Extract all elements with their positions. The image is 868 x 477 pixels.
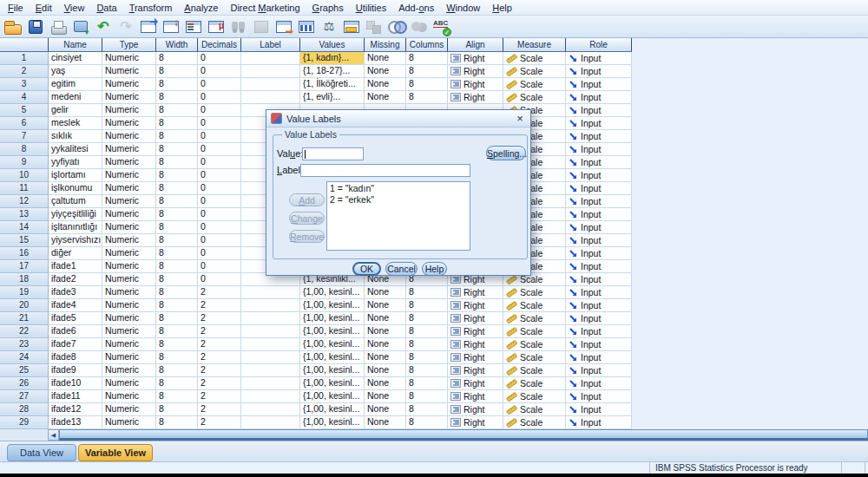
cell-width[interactable]: 8 <box>156 416 198 429</box>
cell-role[interactable]: Input <box>566 247 632 260</box>
cell-label[interactable] <box>241 299 300 312</box>
cell-type[interactable]: Numeric <box>102 364 156 377</box>
row-number[interactable]: 3 <box>0 78 49 91</box>
cell-role[interactable]: Input <box>566 117 632 130</box>
cell-name[interactable]: yaş <box>49 65 102 78</box>
cell-type[interactable]: Numeric <box>102 416 156 429</box>
row-number[interactable]: 25 <box>0 364 49 377</box>
cell-width[interactable]: 8 <box>156 325 198 338</box>
cell-name[interactable]: ifade13 <box>49 416 102 429</box>
cell-type[interactable]: Numeric <box>102 247 156 260</box>
cell-decimals[interactable]: 2 <box>198 390 241 403</box>
cell-label[interactable] <box>241 312 300 325</box>
cell-type[interactable]: Numeric <box>102 221 156 234</box>
cell-decimals[interactable]: 0 <box>198 78 241 91</box>
row-number[interactable]: 23 <box>0 338 49 351</box>
cell-width[interactable]: 8 <box>156 221 198 234</box>
cell-label[interactable] <box>241 286 300 299</box>
cell-decimals[interactable]: 2 <box>198 403 241 416</box>
cell-align[interactable]: Right <box>448 325 503 338</box>
cell-role[interactable]: Input <box>566 195 632 208</box>
row-number[interactable]: 20 <box>0 299 49 312</box>
cell-name[interactable]: ifade2 <box>49 273 102 286</box>
cell-values[interactable]: {1,00, kesinl... <box>300 390 365 403</box>
cell-label[interactable] <box>241 403 300 416</box>
cell-role[interactable]: Input <box>566 156 632 169</box>
menu-utilities[interactable]: Utilities <box>350 1 392 15</box>
row-number[interactable]: 19 <box>0 286 49 299</box>
cell-role[interactable]: Input <box>566 143 632 156</box>
cell-name[interactable]: gelir <box>49 104 102 117</box>
close-icon[interactable]: × <box>514 113 526 124</box>
cell-width[interactable]: 8 <box>156 377 198 390</box>
cell-name[interactable]: cinsiyet <box>49 52 102 65</box>
cell-type[interactable]: Numeric <box>102 143 156 156</box>
show-all-variables-button[interactable] <box>408 16 431 37</box>
cell-values[interactable]: {1,00, kesinl... <box>300 286 365 299</box>
value-label-item[interactable]: 2 = "erkek" <box>330 194 467 206</box>
cell-role[interactable]: Input <box>566 260 632 273</box>
cell-missing[interactable]: None <box>365 65 406 78</box>
cell-label[interactable] <box>241 351 300 364</box>
cell-measure[interactable]: Scale <box>503 377 566 390</box>
cell-columns[interactable]: 8 <box>406 403 448 416</box>
cell-type[interactable]: Numeric <box>102 273 156 286</box>
cell-measure[interactable]: Scale <box>503 403 566 416</box>
cell-role[interactable]: Input <box>566 130 632 143</box>
cell-role[interactable]: Input <box>566 299 632 312</box>
cell-width[interactable]: 8 <box>156 182 198 195</box>
print-button[interactable] <box>47 16 69 37</box>
cell-type[interactable]: Numeric <box>102 286 156 299</box>
dialog-title-bar[interactable]: Value Labels × <box>266 110 530 127</box>
cell-name[interactable]: çaltutum <box>49 195 102 208</box>
cell-decimals[interactable]: 0 <box>198 273 241 286</box>
cell-role[interactable]: Input <box>566 338 632 351</box>
cell-width[interactable]: 8 <box>156 78 198 91</box>
menu-edit[interactable]: Edit <box>30 1 58 15</box>
cell-label[interactable] <box>241 338 300 351</box>
cell-name[interactable]: ifade11 <box>49 390 102 403</box>
menu-direct-marketing[interactable]: Direct Marketing <box>224 1 306 15</box>
cell-values[interactable]: {1, evli}... <box>300 91 365 104</box>
cell-width[interactable]: 8 <box>156 390 198 403</box>
row-number[interactable]: 6 <box>0 117 49 130</box>
cell-missing[interactable]: None <box>365 78 406 91</box>
cell-name[interactable]: işlortamı <box>49 169 102 182</box>
cell-measure[interactable]: Scale <box>503 416 566 429</box>
cell-role[interactable]: Input <box>566 104 632 117</box>
cell-decimals[interactable]: 0 <box>198 143 241 156</box>
cell-width[interactable]: 8 <box>156 91 198 104</box>
cell-type[interactable]: Numeric <box>102 338 156 351</box>
recall-dialogs-button[interactable] <box>69 16 92 37</box>
tab-variable-view[interactable]: Variable View <box>78 444 153 461</box>
cell-role[interactable]: Input <box>566 351 632 364</box>
cell-decimals[interactable]: 2 <box>198 325 241 338</box>
cell-type[interactable]: Numeric <box>102 325 156 338</box>
cell-missing[interactable]: None <box>365 299 406 312</box>
label-input[interactable] <box>300 164 470 177</box>
cell-name[interactable]: meslek <box>49 117 102 130</box>
cell-name[interactable]: işltanınıtlığı <box>49 221 102 234</box>
row-number[interactable]: 15 <box>0 234 49 247</box>
value-labels-button[interactable] <box>363 16 385 37</box>
row-number[interactable]: 26 <box>0 377 49 390</box>
cell-role[interactable]: Input <box>566 364 632 377</box>
row-number[interactable]: 13 <box>0 208 49 221</box>
cell-measure[interactable]: Scale <box>503 364 566 377</box>
redo-button[interactable] <box>115 16 137 37</box>
cell-label[interactable] <box>241 78 300 91</box>
menu-graphs[interactable]: Graphs <box>306 1 350 15</box>
menu-help[interactable]: Help <box>486 1 518 15</box>
menu-add-ons[interactable]: Add-ons <box>392 1 440 15</box>
cell-name[interactable]: ifade3 <box>49 286 102 299</box>
cell-values[interactable]: {1,00, kesinl... <box>300 377 365 390</box>
cell-values[interactable]: {1,00, kesinl... <box>300 364 365 377</box>
cell-measure[interactable]: Scale <box>503 52 566 65</box>
cell-name[interactable]: işlkonumu <box>49 182 102 195</box>
cell-decimals[interactable]: 2 <box>198 312 241 325</box>
cell-decimals[interactable]: 0 <box>198 52 241 65</box>
cell-columns[interactable]: 8 <box>406 78 448 91</box>
cell-type[interactable]: Numeric <box>102 78 156 91</box>
cell-measure[interactable]: Scale <box>503 325 566 338</box>
cell-type[interactable]: Numeric <box>102 234 156 247</box>
